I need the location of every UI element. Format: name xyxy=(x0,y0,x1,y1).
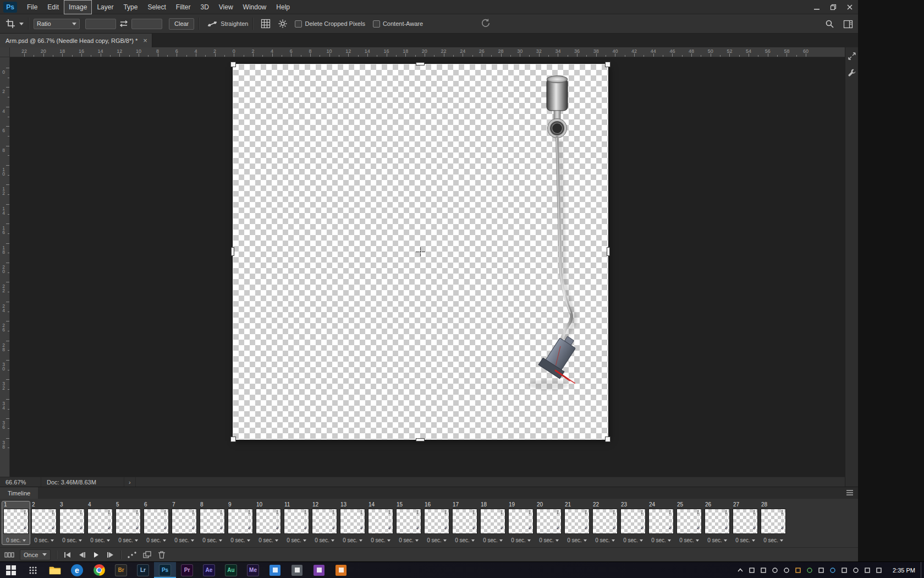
next-frame-icon[interactable] xyxy=(106,552,115,558)
timeline-frame[interactable]: 110 sec. xyxy=(283,501,310,544)
play-icon[interactable] xyxy=(92,552,100,558)
gear-icon[interactable] xyxy=(278,19,288,29)
frame-thumbnail[interactable] xyxy=(31,509,57,534)
timeline-frame[interactable]: 50 sec. xyxy=(114,501,142,544)
frame-delay-dropdown[interactable]: 0 sec. xyxy=(339,537,366,543)
frame-thumbnail[interactable] xyxy=(284,509,309,534)
crop-icon[interactable] xyxy=(6,19,15,29)
frame-thumbnail[interactable] xyxy=(87,509,113,534)
ruler-origin-box[interactable] xyxy=(0,47,10,57)
crop-handle-top-right[interactable] xyxy=(605,62,610,67)
frame-thumbnail[interactable] xyxy=(3,509,29,534)
convert-timeline-icon[interactable] xyxy=(4,550,14,559)
document-canvas[interactable] xyxy=(233,64,608,439)
timeline-frame[interactable]: 10 sec. xyxy=(2,501,30,544)
tool-preset-caret-icon[interactable] xyxy=(19,23,24,25)
tray-display-icon[interactable] xyxy=(760,566,767,574)
restore-icon[interactable] xyxy=(825,0,842,14)
taskbar-clock[interactable]: 2:35 PM xyxy=(887,562,921,578)
frame-thumbnail[interactable] xyxy=(424,509,449,534)
tray-cloud-icon[interactable] xyxy=(783,566,790,574)
frame-delay-dropdown[interactable]: 0 sec. xyxy=(619,537,647,543)
frame-thumbnail[interactable] xyxy=(648,509,674,534)
frame-thumbnail[interactable] xyxy=(228,509,253,534)
first-frame-icon[interactable] xyxy=(63,552,72,558)
timeline-frame[interactable]: 80 sec. xyxy=(199,501,226,544)
tray-battery-icon[interactable] xyxy=(864,566,871,574)
frame-thumbnail[interactable] xyxy=(368,509,393,534)
tray-chevron-up-icon[interactable] xyxy=(736,566,744,574)
taskbar-adobe-mediaencoder[interactable]: Me xyxy=(242,562,264,578)
timeline-frame[interactable]: 20 sec. xyxy=(30,501,58,544)
crop-width-input[interactable] xyxy=(85,19,116,29)
timeline-frame[interactable]: 220 sec. xyxy=(591,501,619,544)
timeline-frame[interactable]: 30 sec. xyxy=(58,501,86,544)
taskbar-app-purple[interactable] xyxy=(308,562,330,578)
menu-item-select[interactable]: Select xyxy=(142,0,170,14)
ratio-dropdown[interactable]: Ratio xyxy=(34,19,80,29)
frame-delay-dropdown[interactable]: 0 sec. xyxy=(58,537,86,543)
frame-thumbnail[interactable] xyxy=(396,509,421,534)
frame-thumbnail[interactable] xyxy=(564,509,590,534)
taskbar-adobe-bridge[interactable]: Br xyxy=(110,562,132,578)
frame-thumbnail[interactable] xyxy=(676,509,702,534)
taskbar-app-orange[interactable] xyxy=(330,562,352,578)
collapsed-panel-arrows-icon[interactable] xyxy=(848,52,856,61)
clear-button[interactable]: Clear xyxy=(169,18,194,30)
frame-thumbnail[interactable] xyxy=(620,509,646,534)
timeline-frame[interactable]: 170 sec. xyxy=(451,501,479,544)
frame-delay-dropdown[interactable]: 0 sec. xyxy=(2,537,30,543)
close-icon[interactable] xyxy=(842,0,858,14)
panel-menu-icon[interactable] xyxy=(846,489,854,496)
frame-delay-dropdown[interactable]: 0 sec. xyxy=(703,537,731,543)
taskbar-app-blue[interactable] xyxy=(264,562,286,578)
menu-item-edit[interactable]: Edit xyxy=(42,0,64,14)
tab-close-icon[interactable]: × xyxy=(143,37,147,44)
minimize-icon[interactable] xyxy=(809,0,825,14)
menu-item-3d[interactable]: 3D xyxy=(195,0,213,14)
tray-action-center-icon[interactable] xyxy=(875,566,883,574)
frame-delay-dropdown[interactable]: 0 sec. xyxy=(675,537,703,543)
loop-count-dropdown[interactable]: Once xyxy=(20,549,51,560)
timeline-frame[interactable]: 190 sec. xyxy=(507,501,535,544)
timeline-frame[interactable]: 240 sec. xyxy=(647,501,675,544)
frame-delay-dropdown[interactable]: 0 sec. xyxy=(423,537,450,543)
timeline-frame[interactable]: 250 sec. xyxy=(675,501,703,544)
frame-delay-dropdown[interactable]: 0 sec. xyxy=(535,537,563,543)
timeline-frame[interactable]: 70 sec. xyxy=(170,501,198,544)
frame-thumbnail[interactable] xyxy=(116,509,141,534)
frame-delay-dropdown[interactable]: 0 sec. xyxy=(199,537,226,543)
timeline-frame[interactable]: 280 sec. xyxy=(760,501,787,544)
frame-thumbnail[interactable] xyxy=(536,509,562,534)
tray-volume-icon[interactable] xyxy=(852,566,860,574)
timeline-tab[interactable]: Timeline xyxy=(0,487,38,499)
frame-delay-dropdown[interactable]: 0 sec. xyxy=(479,537,507,543)
content-aware-checkbox[interactable] xyxy=(373,20,380,28)
timeline-frame[interactable]: 90 sec. xyxy=(227,501,254,544)
taskbar-adobe-audition[interactable]: Au xyxy=(220,562,242,578)
frame-thumbnail[interactable] xyxy=(59,509,85,534)
menu-item-filter[interactable]: Filter xyxy=(171,0,196,14)
menu-item-image[interactable]: Image xyxy=(64,0,92,14)
frame-delay-dropdown[interactable]: 0 sec. xyxy=(591,537,619,543)
frame-delay-dropdown[interactable]: 0 sec. xyxy=(760,537,787,543)
delete-frame-icon[interactable] xyxy=(157,550,166,559)
frame-thumbnail[interactable] xyxy=(144,509,169,534)
taskbar-adobe-lightroom[interactable]: Lr xyxy=(132,562,154,578)
timeline-frame[interactable]: 130 sec. xyxy=(339,501,366,544)
tray-shield-icon[interactable] xyxy=(771,566,779,574)
taskbar-file-explorer[interactable] xyxy=(44,562,66,578)
frame-delay-dropdown[interactable]: 0 sec. xyxy=(86,537,114,543)
search-icon[interactable] xyxy=(825,19,834,29)
tray-app-window-icon[interactable] xyxy=(748,566,756,574)
frame-thumbnail[interactable] xyxy=(452,509,477,534)
taskbar-adobe-aftereffects[interactable]: Ae xyxy=(198,562,220,578)
frame-delay-dropdown[interactable]: 0 sec. xyxy=(732,537,759,543)
taskbar-browser-ie[interactable]: e xyxy=(66,562,88,578)
timeline-frame[interactable]: 210 sec. xyxy=(563,501,591,544)
timeline-frame[interactable]: 260 sec. xyxy=(703,501,731,544)
show-desktop-button[interactable] xyxy=(921,562,924,578)
crop-handle-top-left[interactable] xyxy=(230,62,236,67)
frame-delay-dropdown[interactable]: 0 sec. xyxy=(563,537,591,543)
duplicate-frame-icon[interactable] xyxy=(142,550,152,559)
